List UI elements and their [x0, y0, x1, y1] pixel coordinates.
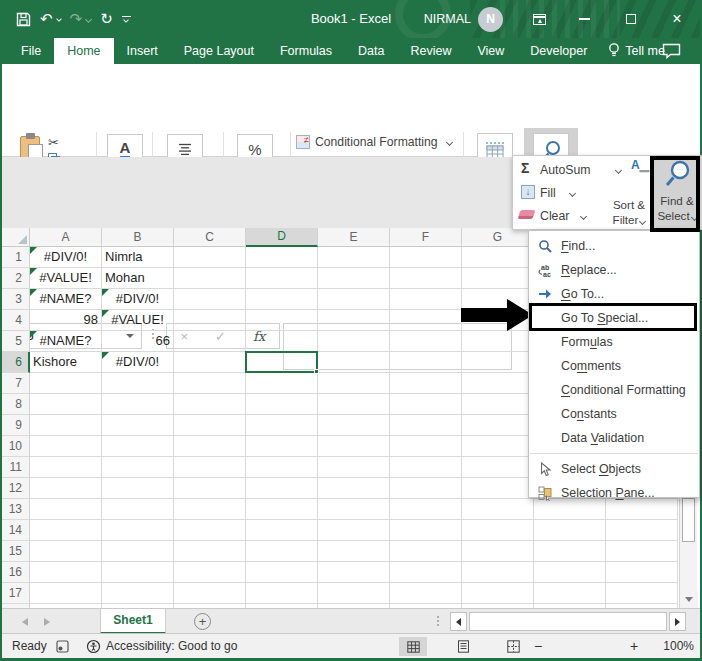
row-header-10[interactable]: 10 [0, 436, 30, 457]
fill-dropdown-icon[interactable] [569, 190, 576, 197]
tab-home[interactable]: Home [54, 38, 113, 64]
row-header-16[interactable]: 16 [0, 562, 30, 583]
cell-G16[interactable] [462, 562, 534, 583]
tab-view[interactable]: View [464, 38, 517, 64]
cell-A1[interactable]: #DIV/0! [30, 247, 102, 268]
cell-G13[interactable] [462, 499, 534, 520]
cell-B13[interactable] [102, 499, 174, 520]
cell-D4[interactable] [246, 310, 318, 331]
cell-I15[interactable] [606, 541, 678, 562]
cell-B2[interactable]: Mohan [102, 268, 174, 289]
redo-dropdown-icon[interactable] [85, 15, 92, 22]
cell-G10[interactable] [462, 436, 534, 457]
cell-F14[interactable] [390, 520, 462, 541]
column-header-E[interactable]: E [318, 228, 390, 247]
cell-F11[interactable] [390, 457, 462, 478]
row-header-5[interactable]: 5 [0, 331, 30, 352]
hscroll-left-icon[interactable] [450, 612, 467, 631]
cell-A6[interactable]: Kishore [30, 352, 102, 373]
select-all-corner[interactable] [0, 228, 30, 247]
menu-item-select-objects[interactable]: Select Objects [529, 457, 699, 481]
cell-F5[interactable] [390, 331, 462, 352]
cell-D9[interactable] [246, 415, 318, 436]
cell-D13[interactable] [246, 499, 318, 520]
row-header-4[interactable]: 4 [0, 310, 30, 331]
macro-record-icon[interactable] [56, 640, 69, 656]
cell-E2[interactable] [318, 268, 390, 289]
menu-item-formulas[interactable]: Formulas [529, 330, 699, 354]
tab-insert[interactable]: Insert [114, 38, 171, 64]
cell-C15[interactable] [174, 541, 246, 562]
cell-C2[interactable] [174, 268, 246, 289]
save-icon[interactable] [16, 12, 31, 27]
cell-G6[interactable] [462, 352, 534, 373]
page-break-view-button[interactable] [499, 637, 527, 656]
maximize-button[interactable] [616, 0, 646, 38]
cell-G12[interactable] [462, 478, 534, 499]
cell-E5[interactable] [318, 331, 390, 352]
cell-D12[interactable] [246, 478, 318, 499]
previous-sheet-icon[interactable] [22, 618, 28, 626]
tab-review[interactable]: Review [397, 38, 464, 64]
accessibility-icon[interactable] [86, 639, 101, 657]
cell-B16[interactable] [102, 562, 174, 583]
cell-E3[interactable] [318, 289, 390, 310]
normal-view-button[interactable] [399, 637, 427, 656]
row-header-15[interactable]: 15 [0, 541, 30, 562]
cell-B10[interactable] [102, 436, 174, 457]
cell-C9[interactable] [174, 415, 246, 436]
menu-item-constants[interactable]: Constants [529, 402, 699, 426]
cell-G2[interactable] [462, 268, 534, 289]
cell-F2[interactable] [390, 268, 462, 289]
fill-button[interactable]: Fill [540, 186, 556, 200]
cell-A3[interactable]: #NAME? [30, 289, 102, 310]
zoom-out-icon[interactable]: − [534, 634, 542, 658]
cell-E4[interactable] [318, 310, 390, 331]
tab-formulas[interactable]: Formulas [267, 38, 345, 64]
cell-C10[interactable] [174, 436, 246, 457]
cell-E8[interactable] [318, 394, 390, 415]
cell-B7[interactable] [102, 373, 174, 394]
cell-D17[interactable] [246, 583, 318, 604]
tab-file[interactable]: File [8, 38, 54, 64]
clear-button[interactable]: Clear [540, 209, 569, 223]
cell-G7[interactable] [462, 373, 534, 394]
cell-A13[interactable] [30, 499, 102, 520]
cell-G17[interactable] [462, 583, 534, 604]
cell-C13[interactable] [174, 499, 246, 520]
tab-page-layout[interactable]: Page Layout [171, 38, 267, 64]
cell-F10[interactable] [390, 436, 462, 457]
hscroll-right-icon[interactable] [669, 612, 686, 631]
cell-B14[interactable] [102, 520, 174, 541]
cell-F4[interactable] [390, 310, 462, 331]
cell-B17[interactable] [102, 583, 174, 604]
row-header-13[interactable]: 13 [0, 499, 30, 520]
sort-filter-button[interactable]: Sort & Filter [605, 197, 653, 227]
horizontal-scroll-thumb[interactable] [469, 612, 667, 631]
cell-E10[interactable] [318, 436, 390, 457]
avatar[interactable]: N [478, 7, 503, 32]
customize-quick-access-icon[interactable] [122, 16, 131, 23]
column-header-F[interactable]: F [390, 228, 462, 247]
cell-C16[interactable] [174, 562, 246, 583]
cell-F12[interactable] [390, 478, 462, 499]
cell-D8[interactable] [246, 394, 318, 415]
cell-C6[interactable] [174, 352, 246, 373]
comment-icon[interactable] [662, 43, 681, 63]
cell-D1[interactable] [246, 247, 318, 268]
cell-C7[interactable] [174, 373, 246, 394]
cell-F16[interactable] [390, 562, 462, 583]
cell-E9[interactable] [318, 415, 390, 436]
cell-A11[interactable] [30, 457, 102, 478]
cell-C11[interactable] [174, 457, 246, 478]
cell-A10[interactable] [30, 436, 102, 457]
cell-E12[interactable] [318, 478, 390, 499]
cell-A17[interactable] [30, 583, 102, 604]
cell-B1[interactable]: Nimrla [102, 247, 174, 268]
close-button[interactable]: × [662, 0, 692, 38]
autosum-button[interactable]: AutoSum [540, 163, 591, 177]
row-header-12[interactable]: 12 [0, 478, 30, 499]
menu-item-selection-pane[interactable]: Selection Pane... [529, 481, 699, 505]
row-header-11[interactable]: 11 [0, 457, 30, 478]
cell-I17[interactable] [606, 583, 678, 604]
